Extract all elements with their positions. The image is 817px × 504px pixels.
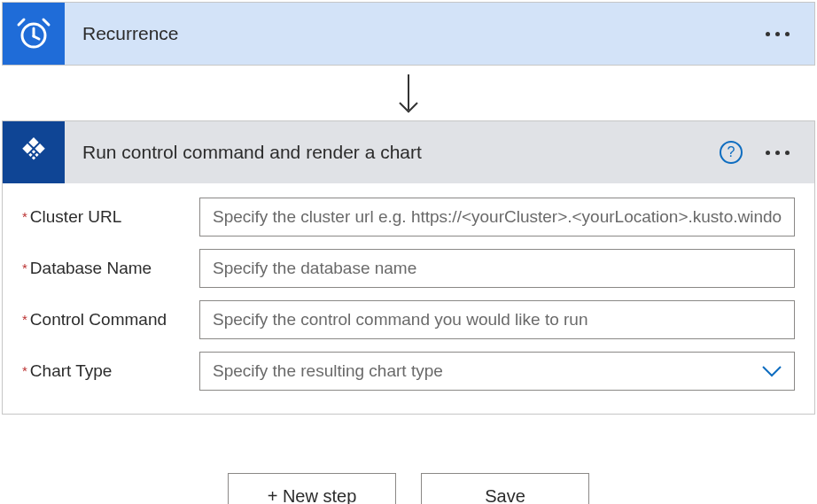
chevron-down-icon [761,365,782,377]
recurrence-header[interactable]: Recurrence [3,3,814,65]
control-command-card: Run control command and render a chart ?… [2,120,815,415]
svg-rect-12 [32,156,35,159]
cluster-url-input[interactable] [199,198,795,236]
required-star: * [22,259,27,278]
svg-rect-8 [22,143,32,153]
control-command-label: * Control Command [22,310,199,330]
svg-rect-6 [28,137,38,147]
new-step-button[interactable]: + New step [228,473,396,504]
recurrence-more-button[interactable] [759,25,797,43]
svg-rect-10 [35,153,38,157]
required-star: * [22,310,27,330]
svg-rect-11 [28,153,32,157]
database-name-row: * Database Name [22,249,795,288]
button-row: + New step Save [2,473,815,504]
chart-type-label: * Chart Type [22,361,199,381]
recurrence-card: Recurrence [2,2,815,66]
svg-line-2 [34,36,39,39]
chart-type-row: * Chart Type Specify the resulting chart… [22,352,795,391]
svg-rect-9 [32,150,35,153]
control-command-row: * Control Command [22,300,795,339]
required-star: * [22,361,27,381]
help-icon[interactable]: ? [720,141,743,164]
svg-line-3 [19,19,24,25]
required-star: * [22,207,27,227]
svg-line-4 [43,19,49,25]
control-body: * Cluster URL * Database Name * Control … [3,183,814,414]
database-name-label: * Database Name [22,259,199,278]
flow-arrow [2,66,815,120]
recurrence-icon [3,3,65,65]
kusto-icon [3,121,65,183]
cluster-url-label: * Cluster URL [22,207,199,227]
recurrence-title: Recurrence [65,23,759,44]
cluster-url-row: * Cluster URL [22,198,795,236]
control-more-button[interactable] [759,143,797,162]
database-name-input[interactable] [199,249,795,288]
save-button[interactable]: Save [421,473,589,504]
control-title: Run control command and render a chart [65,142,720,163]
chart-type-select[interactable]: Specify the resulting chart type [199,352,795,391]
control-header[interactable]: Run control command and render a chart ? [3,121,814,183]
svg-rect-7 [35,143,44,153]
control-command-input[interactable] [199,300,795,339]
